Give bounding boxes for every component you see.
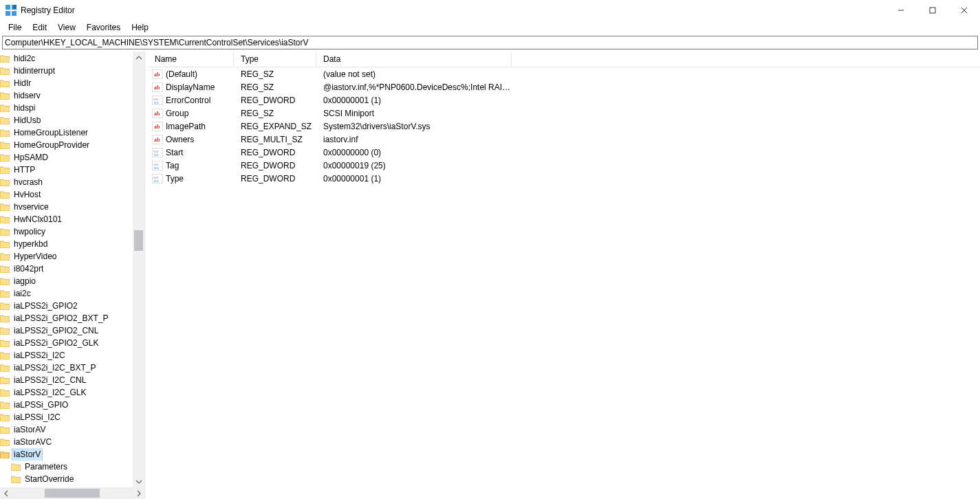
string-value-icon bbox=[152, 69, 163, 79]
value-row[interactable]: ImagePathREG_EXPAND_SZSystem32\drivers\i… bbox=[148, 120, 980, 133]
tree-item[interactable]: hidspi bbox=[0, 102, 144, 114]
tree-item[interactable]: hidinterrupt bbox=[0, 65, 144, 77]
tree-item[interactable]: iaStorAV bbox=[0, 423, 144, 436]
string-value-icon bbox=[152, 109, 163, 118]
tree-item-label: iaLPSS2i_I2C bbox=[12, 349, 67, 362]
tree-item-label: iaLPSS2i_I2C_CNL bbox=[12, 374, 87, 386]
tree-item[interactable]: HyperVideo bbox=[0, 250, 144, 263]
tree-item[interactable]: hyperkbd bbox=[0, 238, 144, 250]
value-type: REG_DWORD bbox=[234, 148, 316, 157]
value-type: REG_DWORD bbox=[234, 161, 316, 170]
tree-item[interactable]: iaLPSS2i_I2C_CNL bbox=[0, 374, 144, 386]
tree-vscrollbar[interactable] bbox=[133, 52, 144, 487]
column-data[interactable]: Data bbox=[316, 52, 512, 67]
menu-edit[interactable]: Edit bbox=[27, 22, 52, 33]
tree-item[interactable]: iaLPSS2i_I2C_BXT_P bbox=[0, 362, 144, 374]
folder-icon bbox=[0, 376, 10, 384]
tree-item[interactable]: iaLPSS2i_I2C bbox=[0, 349, 144, 362]
value-name: Start bbox=[166, 148, 183, 157]
tree-item[interactable]: hvcrash bbox=[0, 176, 144, 188]
tree-item-label: HwNClx0101 bbox=[12, 213, 63, 225]
folder-icon bbox=[0, 104, 10, 112]
menu-favorites[interactable]: Favorites bbox=[81, 22, 126, 33]
column-type[interactable]: Type bbox=[234, 52, 316, 67]
maximize-button[interactable] bbox=[917, 0, 948, 21]
folder-icon bbox=[0, 252, 10, 260]
value-row[interactable]: TypeREG_DWORD0x00000001 (1) bbox=[148, 172, 980, 185]
tree-item[interactable]: iaLPSS2i_GPIO2_GLK bbox=[0, 337, 144, 349]
hscrollbar-thumb[interactable] bbox=[45, 489, 100, 498]
vscrollbar-thumb[interactable] bbox=[134, 230, 143, 251]
tree-item[interactable]: i8042prt bbox=[0, 263, 144, 275]
tree-item[interactable]: Parameters bbox=[0, 461, 144, 473]
tree-item[interactable]: iaLPSSi_I2C bbox=[0, 411, 144, 423]
tree-item[interactable]: StartOverride bbox=[0, 473, 144, 485]
value-row[interactable]: GroupREG_SZSCSI Miniport bbox=[148, 107, 980, 120]
tree-item[interactable]: HwNClx0101 bbox=[0, 213, 144, 225]
value-data: (value not set) bbox=[316, 69, 512, 79]
scroll-down-button[interactable] bbox=[133, 476, 144, 487]
address-input[interactable]: Computer\HKEY_LOCAL_MACHINE\SYSTEM\Curre… bbox=[2, 36, 978, 49]
folder-icon bbox=[0, 339, 10, 347]
titlebar[interactable]: Registry Editor bbox=[0, 0, 980, 21]
menu-file[interactable]: File bbox=[3, 22, 27, 33]
folder-icon bbox=[0, 450, 10, 458]
tree-item[interactable]: HvHost bbox=[0, 188, 144, 201]
tree-item-label: HomeGroupListener bbox=[12, 126, 89, 139]
value-row[interactable]: TagREG_DWORD0x00000019 (25) bbox=[148, 159, 980, 172]
tree-item[interactable]: hwpolicy bbox=[0, 225, 144, 238]
value-name: Tag bbox=[166, 161, 179, 170]
tree-item-label: iaStorAV bbox=[12, 423, 47, 436]
menu-view[interactable]: View bbox=[52, 22, 81, 33]
window: Registry Editor File Edit View Favorites… bbox=[0, 0, 980, 499]
value-row[interactable]: DisplayNameREG_SZ@iastorv.inf,%*PNP0600.… bbox=[148, 80, 980, 93]
tree-item[interactable]: HTTP bbox=[0, 164, 144, 176]
menu-help[interactable]: Help bbox=[126, 22, 154, 33]
tree-item[interactable]: HomeGroupProvider bbox=[0, 139, 144, 151]
value-data: @iastorv.inf,%*PNP0600.DeviceDesc%;Intel… bbox=[316, 82, 512, 92]
value-name: Group bbox=[166, 109, 188, 118]
values-list[interactable]: (Default)REG_SZ(value not set)DisplayNam… bbox=[148, 67, 980, 499]
scroll-right-button[interactable] bbox=[133, 487, 144, 499]
scroll-left-button[interactable] bbox=[0, 487, 12, 499]
tree-item-label: hwpolicy bbox=[12, 225, 47, 238]
tree-item[interactable]: HpSAMD bbox=[0, 151, 144, 164]
tree-item-label: hidi2c bbox=[12, 52, 36, 65]
tree-item[interactable]: iaStorAVC bbox=[0, 436, 144, 448]
tree-item-label: hvservice bbox=[12, 201, 50, 213]
folder-icon bbox=[0, 129, 10, 137]
tree-item[interactable]: iagpio bbox=[0, 275, 144, 287]
tree-item[interactable]: iaLPSS2i_I2C_GLK bbox=[0, 386, 144, 399]
hscrollbar-track[interactable] bbox=[12, 487, 133, 499]
value-row[interactable]: ErrorControlREG_DWORD0x00000001 (1) bbox=[148, 93, 980, 107]
value-name-cell: DisplayName bbox=[148, 82, 234, 92]
minimize-button[interactable] bbox=[885, 0, 917, 21]
tree-item-label: StartOverride bbox=[23, 473, 75, 485]
tree-item[interactable]: iaLPSS2i_GPIO2_CNL bbox=[0, 324, 144, 337]
tree-item[interactable]: iaStorV bbox=[0, 448, 144, 461]
tree-scroll[interactable]: hidi2chidinterruptHidIrhidservhidspiHidU… bbox=[0, 52, 144, 487]
value-row[interactable]: StartREG_DWORD0x00000000 (0) bbox=[148, 146, 980, 159]
folder-icon bbox=[11, 475, 21, 483]
close-button[interactable] bbox=[948, 0, 980, 21]
window-title: Registry Editor bbox=[21, 5, 75, 15]
value-row[interactable]: (Default)REG_SZ(value not set) bbox=[148, 67, 980, 80]
column-name[interactable]: Name bbox=[148, 52, 234, 67]
tree-item[interactable]: HomeGroupListener bbox=[0, 126, 144, 139]
tree-item[interactable]: iaLPSS2i_GPIO2 bbox=[0, 300, 144, 312]
value-row[interactable]: OwnersREG_MULTI_SZiastorv.inf bbox=[148, 133, 980, 146]
tree-item-label: iaStorV bbox=[12, 448, 42, 461]
tree-item[interactable]: iaLPSS2i_GPIO2_BXT_P bbox=[0, 312, 144, 324]
tree-item[interactable]: HidUsb bbox=[0, 114, 144, 126]
tree-hscrollbar[interactable] bbox=[0, 487, 144, 499]
scroll-up-button[interactable] bbox=[133, 52, 144, 63]
tree-item[interactable]: iaLPSSi_GPIO bbox=[0, 399, 144, 411]
tree-item-label: hvcrash bbox=[12, 176, 44, 188]
folder-icon bbox=[0, 116, 10, 124]
tree-item[interactable]: hidserv bbox=[0, 89, 144, 102]
tree-item[interactable]: hidi2c bbox=[0, 52, 144, 65]
tree-item[interactable]: hvservice bbox=[0, 201, 144, 213]
string-value-icon bbox=[152, 122, 163, 131]
tree-item[interactable]: iai2c bbox=[0, 287, 144, 300]
tree-item[interactable]: HidIr bbox=[0, 77, 144, 89]
